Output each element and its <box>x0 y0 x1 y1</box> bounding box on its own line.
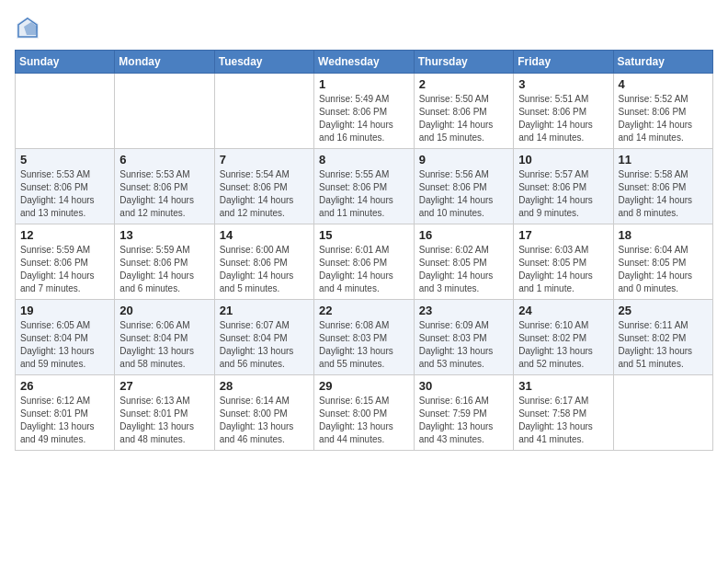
day-number: 12 <box>20 228 109 242</box>
calendar-cell: 27Sunrise: 6:13 AM Sunset: 8:01 PM Dayli… <box>115 375 214 451</box>
day-info: Sunrise: 6:12 AM Sunset: 8:01 PM Dayligh… <box>20 395 109 446</box>
day-number: 21 <box>220 304 309 317</box>
calendar-cell <box>613 375 713 451</box>
day-info: Sunrise: 6:13 AM Sunset: 8:01 PM Dayligh… <box>119 395 209 446</box>
calendar-cell: 11Sunrise: 5:58 AM Sunset: 8:06 PM Dayli… <box>613 149 713 224</box>
calendar-cell: 26Sunrise: 6:12 AM Sunset: 8:01 PM Dayli… <box>16 375 115 451</box>
day-number: 13 <box>119 228 209 242</box>
calendar-cell: 13Sunrise: 5:59 AM Sunset: 8:06 PM Dayli… <box>115 224 214 300</box>
calendar-cell: 31Sunrise: 6:17 AM Sunset: 7:58 PM Dayli… <box>514 375 613 451</box>
day-info: Sunrise: 5:50 AM Sunset: 8:06 PM Dayligh… <box>419 93 508 144</box>
calendar-cell: 1Sunrise: 5:49 AM Sunset: 8:06 PM Daylig… <box>314 74 415 149</box>
weekday-header-tuesday: Tuesday <box>214 51 313 74</box>
day-info: Sunrise: 5:53 AM Sunset: 8:06 PM Dayligh… <box>20 168 109 220</box>
calendar-cell: 7Sunrise: 5:54 AM Sunset: 8:06 PM Daylig… <box>214 149 313 224</box>
day-number: 30 <box>419 379 508 393</box>
day-number: 5 <box>20 153 109 167</box>
day-number: 23 <box>419 304 508 317</box>
calendar-cell: 3Sunrise: 5:51 AM Sunset: 8:06 PM Daylig… <box>514 74 613 149</box>
day-info: Sunrise: 6:16 AM Sunset: 7:59 PM Dayligh… <box>419 395 508 446</box>
calendar-cell: 23Sunrise: 6:09 AM Sunset: 8:03 PM Dayli… <box>414 300 513 375</box>
calendar-cell: 17Sunrise: 6:03 AM Sunset: 8:05 PM Dayli… <box>514 224 613 300</box>
day-info: Sunrise: 6:06 AM Sunset: 8:04 PM Dayligh… <box>119 319 209 371</box>
calendar-cell: 20Sunrise: 6:06 AM Sunset: 8:04 PM Dayli… <box>115 300 214 375</box>
day-number: 9 <box>419 153 508 167</box>
day-number: 14 <box>220 228 309 242</box>
day-number: 20 <box>119 304 209 317</box>
calendar-cell: 10Sunrise: 5:57 AM Sunset: 8:06 PM Dayli… <box>514 149 613 224</box>
day-info: Sunrise: 6:11 AM Sunset: 8:02 PM Dayligh… <box>619 319 709 371</box>
weekday-header-sunday: Sunday <box>16 51 115 74</box>
calendar-cell: 14Sunrise: 6:00 AM Sunset: 8:06 PM Dayli… <box>214 224 313 300</box>
day-number: 26 <box>20 379 109 393</box>
calendar-cell: 16Sunrise: 6:02 AM Sunset: 8:05 PM Dayli… <box>414 224 513 300</box>
page-header <box>15 15 713 40</box>
day-number: 28 <box>220 379 309 393</box>
day-number: 10 <box>518 153 608 167</box>
week-row-3: 12Sunrise: 5:59 AM Sunset: 8:06 PM Dayli… <box>16 224 713 300</box>
day-number: 1 <box>319 77 409 91</box>
calendar-cell: 30Sunrise: 6:16 AM Sunset: 7:59 PM Dayli… <box>414 375 513 451</box>
calendar-cell: 29Sunrise: 6:15 AM Sunset: 8:00 PM Dayli… <box>314 375 415 451</box>
day-info: Sunrise: 6:08 AM Sunset: 8:03 PM Dayligh… <box>319 319 409 371</box>
day-info: Sunrise: 5:53 AM Sunset: 8:06 PM Dayligh… <box>119 168 209 220</box>
day-number: 15 <box>319 228 409 242</box>
day-info: Sunrise: 5:57 AM Sunset: 8:06 PM Dayligh… <box>518 168 608 220</box>
day-number: 6 <box>119 153 209 167</box>
day-info: Sunrise: 6:15 AM Sunset: 8:00 PM Dayligh… <box>319 395 409 446</box>
week-row-5: 26Sunrise: 6:12 AM Sunset: 8:01 PM Dayli… <box>16 375 713 451</box>
calendar-cell: 21Sunrise: 6:07 AM Sunset: 8:04 PM Dayli… <box>214 300 313 375</box>
weekday-header-saturday: Saturday <box>613 51 713 74</box>
calendar-cell <box>115 74 214 149</box>
weekday-header-friday: Friday <box>514 51 613 74</box>
day-number: 31 <box>518 379 608 393</box>
calendar-cell: 22Sunrise: 6:08 AM Sunset: 8:03 PM Dayli… <box>314 300 415 375</box>
calendar-cell: 9Sunrise: 5:56 AM Sunset: 8:06 PM Daylig… <box>414 149 513 224</box>
day-info: Sunrise: 6:10 AM Sunset: 8:02 PM Dayligh… <box>518 319 608 371</box>
day-info: Sunrise: 6:07 AM Sunset: 8:04 PM Dayligh… <box>220 319 309 371</box>
calendar-cell: 12Sunrise: 5:59 AM Sunset: 8:06 PM Dayli… <box>16 224 115 300</box>
calendar-cell: 25Sunrise: 6:11 AM Sunset: 8:02 PM Dayli… <box>613 300 713 375</box>
day-number: 7 <box>220 153 309 167</box>
day-info: Sunrise: 6:09 AM Sunset: 8:03 PM Dayligh… <box>419 319 508 371</box>
day-info: Sunrise: 6:00 AM Sunset: 8:06 PM Dayligh… <box>220 244 309 295</box>
day-info: Sunrise: 5:49 AM Sunset: 8:06 PM Dayligh… <box>319 93 409 144</box>
day-number: 29 <box>319 379 409 393</box>
day-info: Sunrise: 6:03 AM Sunset: 8:05 PM Dayligh… <box>518 244 608 295</box>
calendar-table: SundayMondayTuesdayWednesdayThursdayFrid… <box>15 50 713 451</box>
day-info: Sunrise: 6:05 AM Sunset: 8:04 PM Dayligh… <box>20 319 109 371</box>
calendar-cell <box>16 74 115 149</box>
day-info: Sunrise: 5:58 AM Sunset: 8:06 PM Dayligh… <box>619 168 709 220</box>
day-number: 22 <box>319 304 409 317</box>
week-row-4: 19Sunrise: 6:05 AM Sunset: 8:04 PM Dayli… <box>16 300 713 375</box>
day-number: 11 <box>619 153 709 167</box>
day-info: Sunrise: 5:55 AM Sunset: 8:06 PM Dayligh… <box>319 168 409 220</box>
day-number: 2 <box>419 77 508 91</box>
day-info: Sunrise: 5:56 AM Sunset: 8:06 PM Dayligh… <box>419 168 508 220</box>
weekday-header-monday: Monday <box>115 51 214 74</box>
day-info: Sunrise: 6:02 AM Sunset: 8:05 PM Dayligh… <box>419 244 508 295</box>
calendar-cell: 2Sunrise: 5:50 AM Sunset: 8:06 PM Daylig… <box>414 74 513 149</box>
day-number: 16 <box>419 228 508 242</box>
day-number: 19 <box>20 304 109 317</box>
day-number: 24 <box>518 304 608 317</box>
calendar-cell: 8Sunrise: 5:55 AM Sunset: 8:06 PM Daylig… <box>314 149 415 224</box>
calendar-cell: 15Sunrise: 6:01 AM Sunset: 8:06 PM Dayli… <box>314 224 415 300</box>
day-number: 3 <box>518 77 608 91</box>
calendar-cell <box>214 74 313 149</box>
weekday-header-thursday: Thursday <box>414 51 513 74</box>
calendar-cell: 24Sunrise: 6:10 AM Sunset: 8:02 PM Dayli… <box>514 300 613 375</box>
calendar-cell: 5Sunrise: 5:53 AM Sunset: 8:06 PM Daylig… <box>16 149 115 224</box>
day-info: Sunrise: 5:54 AM Sunset: 8:06 PM Dayligh… <box>220 168 309 220</box>
day-info: Sunrise: 6:17 AM Sunset: 7:58 PM Dayligh… <box>518 395 608 446</box>
calendar-cell: 19Sunrise: 6:05 AM Sunset: 8:04 PM Dayli… <box>16 300 115 375</box>
calendar-cell: 6Sunrise: 5:53 AM Sunset: 8:06 PM Daylig… <box>115 149 214 224</box>
logo-icon <box>15 15 40 40</box>
calendar-cell: 18Sunrise: 6:04 AM Sunset: 8:05 PM Dayli… <box>613 224 713 300</box>
day-info: Sunrise: 5:59 AM Sunset: 8:06 PM Dayligh… <box>119 244 209 295</box>
day-number: 27 <box>119 379 209 393</box>
weekday-header-row: SundayMondayTuesdayWednesdayThursdayFrid… <box>16 51 713 74</box>
calendar-cell: 28Sunrise: 6:14 AM Sunset: 8:00 PM Dayli… <box>214 375 313 451</box>
weekday-header-wednesday: Wednesday <box>314 51 415 74</box>
calendar-cell: 4Sunrise: 5:52 AM Sunset: 8:06 PM Daylig… <box>613 74 713 149</box>
